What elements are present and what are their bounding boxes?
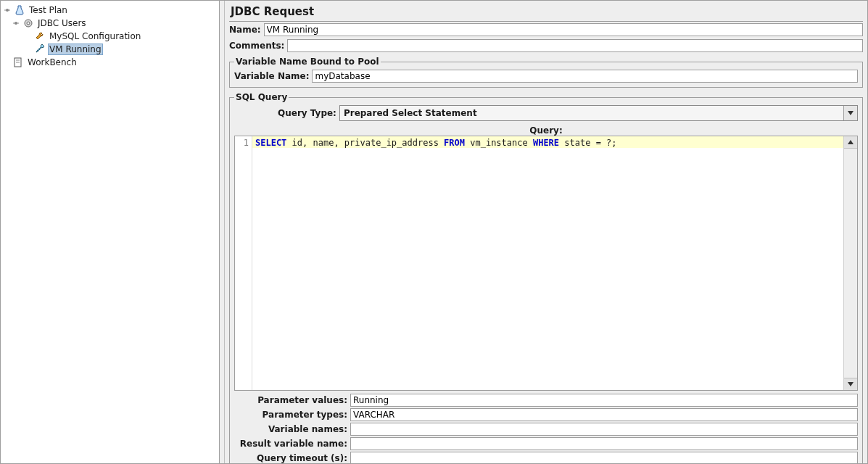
editor-gutter: 1 xyxy=(235,136,252,390)
tree-toggle-icon[interactable] xyxy=(4,7,11,14)
query-type-combo[interactable]: Prepared Select Statement xyxy=(339,105,858,121)
tree-item-label: WorkBench xyxy=(26,57,78,68)
beaker-icon xyxy=(14,4,25,16)
tree-item-mysql-config[interactable]: MySQL Configuration xyxy=(4,30,219,43)
query-label: Query: xyxy=(234,125,858,136)
app-root: Test Plan JDBC Users MySQL Configuration xyxy=(0,0,868,464)
svg-marker-11 xyxy=(848,382,853,386)
result-var-input[interactable] xyxy=(350,437,858,450)
name-row: Name: xyxy=(229,23,863,36)
pool-fieldset: Variable Name Bound to Pool Variable Nam… xyxy=(229,57,863,88)
scroll-up-button[interactable] xyxy=(844,136,857,149)
editor-area[interactable]: SELECT id, name, private_ip_address FROM… xyxy=(252,136,843,390)
param-types-input[interactable] xyxy=(350,408,858,421)
tree-item-label: VM Running xyxy=(48,44,103,55)
query-type-row: Query Type: Prepared Select Statement xyxy=(278,105,858,121)
timeout-label: Query timeout (s): xyxy=(234,453,347,463)
param-values-label: Parameter values: xyxy=(234,395,347,405)
dropdown-button[interactable] xyxy=(843,106,857,120)
scroll-track[interactable] xyxy=(844,149,857,378)
scroll-down-button[interactable] xyxy=(844,378,857,390)
chevron-down-icon xyxy=(848,111,853,115)
tree-toggle-icon[interactable] xyxy=(12,20,20,27)
pool-var-label: Variable Name: xyxy=(234,71,309,81)
name-input[interactable] xyxy=(264,23,863,36)
query-type-value: Prepared Select Statement xyxy=(340,106,843,120)
svg-marker-10 xyxy=(848,140,853,144)
svg-point-1 xyxy=(6,9,9,12)
pool-legend: Variable Name Bound to Pool xyxy=(234,57,381,67)
tree[interactable]: Test Plan JDBC Users MySQL Configuration xyxy=(1,1,219,69)
editor-scrollbar[interactable] xyxy=(843,136,857,390)
name-label: Name: xyxy=(229,25,261,35)
pipette-icon xyxy=(34,44,46,55)
timeout-input[interactable] xyxy=(350,452,858,463)
comments-row: Comments: xyxy=(229,39,863,52)
gear-icon xyxy=(22,17,34,29)
tree-item-label: Test Plan xyxy=(28,4,69,16)
param-types-label: Parameter types: xyxy=(234,410,347,420)
tree-item-vm-running[interactable]: VM Running xyxy=(4,43,219,56)
tree-item-label: JDBC Users xyxy=(36,17,88,29)
tree-panel: Test Plan JDBC Users MySQL Configuration xyxy=(1,1,220,463)
main-panel: JDBC Request Name: Comments: Variable Na… xyxy=(225,1,867,463)
wrench-icon xyxy=(34,30,46,42)
chevron-down-icon xyxy=(848,382,853,386)
var-names-label: Variable names: xyxy=(234,424,347,434)
var-names-input[interactable] xyxy=(350,423,858,436)
editor-text[interactable]: SELECT id, name, private_ip_address FROM… xyxy=(252,136,843,148)
tree-item-test-plan[interactable]: Test Plan xyxy=(4,4,219,17)
comments-label: Comments: xyxy=(229,41,284,51)
pool-var-input[interactable] xyxy=(312,70,858,83)
param-values-input[interactable] xyxy=(350,394,858,407)
tree-item-workbench[interactable]: WorkBench xyxy=(4,56,219,69)
svg-marker-9 xyxy=(848,111,853,115)
panel-title: JDBC Request xyxy=(229,2,863,22)
sql-legend: SQL Query xyxy=(234,92,289,102)
splitter[interactable] xyxy=(220,1,225,463)
svg-point-3 xyxy=(15,22,17,25)
sql-params-grid: Parameter values: Parameter types: Varia… xyxy=(234,394,858,463)
chevron-up-icon xyxy=(848,140,853,144)
svg-point-5 xyxy=(27,22,30,25)
tree-item-jdbc-users[interactable]: JDBC Users xyxy=(4,17,219,30)
document-icon xyxy=(12,57,24,68)
result-var-label: Result variable name: xyxy=(234,439,347,449)
query-type-label: Query Type: xyxy=(278,108,336,118)
sql-fieldset: SQL Query Query Type: Prepared Select St… xyxy=(229,92,863,463)
comments-input[interactable] xyxy=(287,39,863,52)
query-editor[interactable]: 1 SELECT id, name, private_ip_address FR… xyxy=(234,136,858,391)
pool-var-row: Variable Name: xyxy=(234,70,858,83)
tree-item-label: MySQL Configuration xyxy=(48,30,142,42)
